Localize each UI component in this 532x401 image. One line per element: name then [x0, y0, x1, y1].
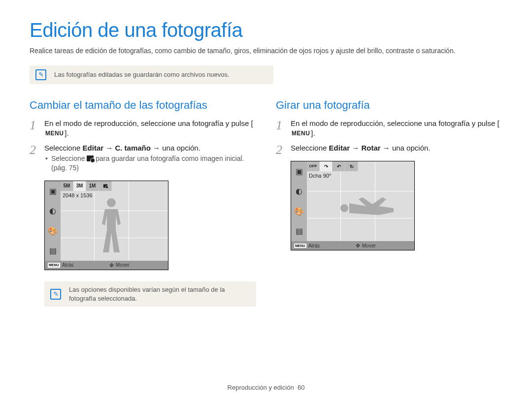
note-text: Las fotografías editadas se guardarán co… — [54, 70, 230, 79]
rotate-label: Dcha 90º — [309, 172, 331, 180]
step2-editar: Editar — [83, 144, 104, 152]
size-opt-5m: 5M — [61, 181, 73, 191]
menu-tag-icon: MENU — [48, 263, 60, 267]
note-icon: ✎ — [35, 69, 46, 80]
footer-back: Atrás — [308, 243, 320, 249]
screen-sidebar: ▣ ◐ 🎨 ▤ — [45, 181, 61, 261]
step-number: 2 — [30, 143, 39, 320]
resolution-label: 2048 x 1536 — [63, 192, 93, 199]
resize-substep: Seleccione para guardar una fotografía c… — [44, 154, 256, 173]
screen-sidebar: ▣ ◐ 🎨 ▤ — [291, 161, 307, 241]
resize-step-1: 1 En el modo de reproducción, seleccione… — [30, 119, 256, 140]
dpad-icon: ✥ — [109, 262, 114, 269]
step2-rotar: Rotar — [361, 144, 380, 152]
person-lying-silhouette-icon — [335, 196, 399, 220]
sidebar-rotate-icon: ◐ — [291, 182, 307, 202]
rotate-step-1: 1 En el modo de reproducción, seleccione… — [276, 119, 502, 140]
screen-footer: MENU Atrás ✥ Mover — [291, 241, 414, 250]
menu-button-label: MENU — [291, 129, 311, 138]
step2-arrow1: → — [103, 144, 115, 152]
footer-page-number: 60 — [298, 384, 304, 391]
rotate-off-icon: OFF — [307, 161, 320, 171]
sub-a: Seleccione — [51, 154, 87, 162]
note-new-file: ✎ Las fotografías editadas se guardarán … — [30, 65, 273, 84]
step1-text-b: ]. — [65, 129, 68, 137]
col-resize: Cambiar el tamaño de las fotografías 1 E… — [30, 98, 256, 325]
step1-text-a: En el modo de reproducción, seleccione u… — [44, 119, 253, 127]
footer-section: Reproducción y edición — [228, 384, 294, 391]
size-options-row: 5M 3M 1M — [61, 181, 112, 191]
menu-button-label: MENU — [44, 129, 65, 138]
step-number: 2 — [276, 143, 286, 253]
rotate-screen: ▣ ◐ 🎨 ▤ OFF ↷ ↶ ↻ Dcha 90º — [291, 161, 415, 250]
screen-footer: MENU Atrás ✥ Mover — [45, 261, 168, 270]
resize-screen: ▣ ◐ 🎨 ▤ 5M 3M 1M 2048 x 1536 — [44, 181, 168, 270]
page-footer: Reproducción y edición 60 — [0, 383, 532, 392]
rotate-right-icon: ↷ — [320, 161, 332, 171]
person-silhouette-icon — [99, 198, 124, 257]
sidebar-film-icon: ▤ — [45, 241, 61, 261]
sidebar-resize-icon: ▣ — [291, 161, 307, 182]
page-title: Edición de una fotografía — [30, 17, 502, 43]
step1-text-b: ]. — [311, 129, 315, 137]
step2-text-a: Seleccione — [291, 144, 329, 152]
sidebar-palette-icon: 🎨 — [291, 201, 307, 221]
size-opt-1m: 1M — [86, 181, 99, 191]
footer-move: Mover — [362, 243, 376, 249]
step2-tail: → una opción. — [381, 144, 431, 152]
footer-back: Atrás — [62, 262, 73, 269]
footer-move: Mover — [116, 262, 130, 269]
step2-arrow1: → — [350, 144, 361, 152]
menu-tag-icon: MENU — [294, 244, 306, 248]
heading-rotate: Girar una fotografía — [276, 98, 502, 113]
step-number: 1 — [276, 119, 286, 140]
sidebar-palette-icon: 🎨 — [45, 221, 61, 241]
step-number: 1 — [30, 119, 39, 140]
sidebar-rotate-icon: ◐ — [45, 201, 61, 221]
col-rotate: Girar una fotografía 1 En el modo de rep… — [276, 98, 502, 325]
rotate-step-2: 2 Seleccione Editar → Rotar → una opción… — [276, 143, 502, 253]
size-opt-start — [99, 181, 112, 191]
rotate-options-row: OFF ↷ ↶ ↻ — [307, 161, 358, 171]
sidebar-resize-icon: ▣ — [45, 181, 61, 201]
resize-step-2: 2 Seleccione Editar → C. tamaño → una op… — [30, 143, 256, 320]
heading-resize: Cambiar el tamaño de las fotografías — [30, 98, 256, 113]
step2-tail: → una opción. — [151, 144, 200, 152]
size-opt-3m: 3M — [73, 181, 86, 191]
start-image-icon — [87, 155, 94, 161]
note-icon: ✎ — [50, 289, 61, 300]
step1-text-a: En el modo de reproducción, seleccione u… — [291, 119, 499, 127]
rotate-180-icon: ↻ — [345, 161, 358, 171]
page-intro: Realice tareas de edición de fotografías… — [30, 46, 502, 56]
step2-ctamano: C. tamaño — [115, 144, 151, 152]
note-options-vary: ✎ Las opciones disponibles varían según … — [44, 281, 256, 307]
sidebar-film-icon: ▤ — [291, 221, 307, 242]
dpad-icon: ✥ — [356, 242, 360, 249]
note2-text: Las opciones disponibles varían según el… — [69, 285, 250, 303]
rotate-left-icon: ↶ — [332, 161, 345, 171]
step2-text-a: Seleccione — [44, 144, 83, 152]
step2-editar: Editar — [329, 144, 350, 152]
